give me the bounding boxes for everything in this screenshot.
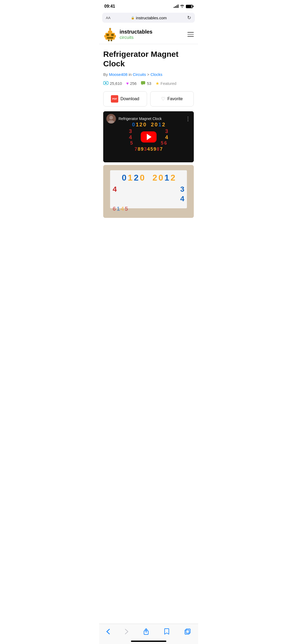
comments-count: 53 bbox=[147, 81, 151, 86]
refresh-button[interactable]: ↻ bbox=[187, 15, 191, 21]
article-stats: 25,610 ♥ 256 53 ★ Featured bbox=[103, 81, 194, 86]
address-url: instructables.com bbox=[136, 16, 167, 20]
svg-rect-1 bbox=[106, 34, 109, 36]
article-image: 0 1 2 0 2 0 1 2 4 bbox=[103, 165, 194, 218]
svg-rect-2 bbox=[111, 34, 114, 36]
video-menu-button[interactable]: ⋮ bbox=[185, 116, 191, 122]
svg-marker-18 bbox=[142, 84, 143, 85]
site-name: instructables circuits bbox=[120, 29, 152, 40]
play-triangle-icon bbox=[147, 134, 152, 140]
svg-rect-17 bbox=[141, 81, 145, 84]
action-buttons: PDF Download ♡ Favorite bbox=[103, 91, 194, 107]
views-count: 25,610 bbox=[110, 81, 122, 86]
site-header: instructables circuits bbox=[99, 25, 198, 44]
brand-name: instructables bbox=[120, 29, 152, 35]
status-time: 09:41 bbox=[104, 4, 115, 9]
featured-stat: ★ Featured bbox=[155, 81, 176, 86]
video-title: Refrigerator Magnet Clock bbox=[119, 117, 183, 121]
status-bar: 09:41 bbox=[99, 0, 198, 12]
category-name: circuits bbox=[120, 35, 152, 40]
heart-icon: ♥ bbox=[126, 81, 129, 86]
lock-icon: 🔒 bbox=[131, 16, 135, 20]
aa-button[interactable]: AA bbox=[106, 16, 110, 20]
subcategory-link[interactable]: Clocks bbox=[150, 72, 162, 77]
svg-rect-7 bbox=[104, 35, 106, 38]
hamburger-menu-button[interactable] bbox=[187, 32, 194, 37]
article-meta: By Moose408 in Circuits > Clocks bbox=[103, 72, 194, 77]
play-button[interactable] bbox=[141, 131, 157, 142]
video-top-bar: Refrigerator Magnet Clock ⋮ bbox=[103, 111, 194, 126]
favorite-button[interactable]: ♡ Favorite bbox=[150, 91, 194, 107]
pdf-icon: PDF bbox=[111, 95, 118, 103]
wifi-icon bbox=[180, 4, 184, 8]
svg-point-6 bbox=[109, 28, 111, 30]
address-bar[interactable]: AA 🔒 instructables.com ↻ bbox=[102, 13, 195, 23]
svg-point-20 bbox=[109, 116, 113, 119]
favorite-heart-icon: ♡ bbox=[161, 96, 165, 102]
video-channel-avatar bbox=[106, 114, 116, 123]
article-title: Refrigerator Magnet Clock bbox=[103, 49, 194, 68]
svg-rect-10 bbox=[111, 40, 112, 41]
battery-icon bbox=[186, 5, 193, 8]
site-logo: instructables circuits bbox=[103, 27, 152, 41]
svg-rect-9 bbox=[108, 40, 110, 41]
url-display[interactable]: 🔒 instructables.com bbox=[131, 16, 167, 20]
article-content: Refrigerator Magnet Clock By Moose408 in… bbox=[99, 44, 198, 218]
page-content: Refrigerator Magnet Clock By Moose408 in… bbox=[99, 44, 198, 242]
instructables-robot-icon bbox=[103, 27, 117, 41]
download-label: Download bbox=[120, 96, 139, 101]
svg-rect-8 bbox=[114, 35, 116, 38]
star-icon: ★ bbox=[155, 81, 159, 86]
favorites-count: 256 bbox=[130, 81, 136, 86]
signal-bars-icon bbox=[174, 5, 178, 8]
views-stat: 25,610 bbox=[103, 81, 122, 86]
download-button[interactable]: PDF Download bbox=[103, 91, 147, 107]
svg-point-15 bbox=[105, 82, 107, 84]
image-number-row-1: 0 1 2 0 2 0 1 2 bbox=[122, 173, 175, 183]
comment-icon bbox=[141, 81, 145, 86]
favorites-stat: ♥ 256 bbox=[126, 81, 137, 86]
svg-point-16 bbox=[106, 82, 106, 83]
author-name[interactable]: Moose408 bbox=[109, 72, 128, 77]
comments-stat: 53 bbox=[141, 81, 151, 86]
fridge-image: 0 1 2 0 2 0 1 2 4 bbox=[103, 165, 194, 218]
whiteboard: 0 1 2 0 2 0 1 2 4 bbox=[110, 170, 187, 208]
address-left: AA bbox=[106, 16, 110, 20]
eye-icon bbox=[103, 81, 109, 86]
video-player[interactable]: 0120 2012 3 3 4 4 5 bbox=[103, 111, 194, 162]
favorite-label: Favorite bbox=[167, 96, 183, 101]
featured-label: Featured bbox=[161, 81, 176, 86]
category-link[interactable]: Circuits bbox=[133, 72, 146, 77]
status-icons bbox=[174, 4, 193, 8]
